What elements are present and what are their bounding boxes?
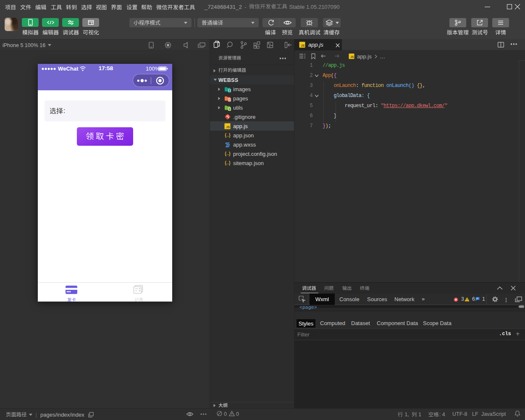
svg-text:JS: JS bbox=[301, 44, 304, 47]
svg-text:JS: JS bbox=[226, 125, 230, 129]
svg-text:JS: JS bbox=[350, 55, 354, 58]
